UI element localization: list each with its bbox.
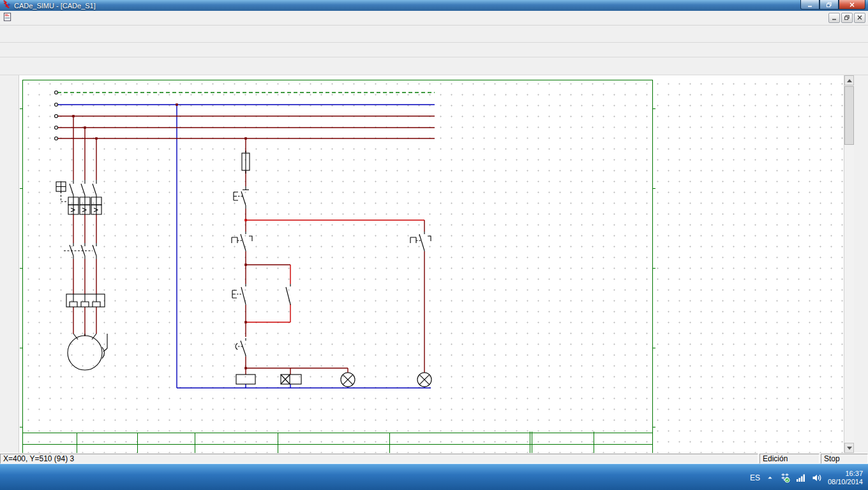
clock[interactable]: 16:37 08/10/2014 [828, 470, 863, 486]
mdi-minimize-icon [831, 13, 837, 22]
volume-icon[interactable] [812, 473, 822, 483]
scroll-down-button[interactable] [844, 443, 854, 453]
document-icon [3, 12, 12, 24]
restore-button[interactable] [819, 0, 839, 10]
schematic-canvas[interactable] [19, 75, 844, 453]
network-signal-icon[interactable] [796, 473, 806, 483]
menubar [0, 11, 868, 26]
dropbox-tray-icon[interactable] [780, 473, 790, 483]
clock-date: 08/10/2014 [828, 478, 863, 486]
cursor-coordinates: X=400, Y=510 (94) 3 [0, 454, 758, 464]
mdi-restore-icon [844, 13, 850, 22]
minimize-button[interactable] [800, 0, 819, 10]
scrollbar-thumb[interactable] [844, 86, 854, 145]
minimize-icon [807, 0, 813, 10]
titlebar: CADe_SIMU - [CADe_S1] [0, 0, 868, 11]
window-title: CADe_SIMU - [CADe_S1] [14, 2, 96, 10]
color-palette [854, 75, 868, 453]
restore-icon [826, 0, 832, 10]
main-area [0, 75, 868, 453]
canvas-vertical-scrollbar[interactable] [844, 75, 854, 453]
scroll-down-icon [847, 447, 852, 450]
toolbar-lines [0, 57, 868, 75]
mdi-window-controls [828, 13, 865, 23]
scroll-up-button[interactable] [844, 75, 854, 85]
scroll-up-icon [847, 79, 852, 82]
circuit-drawing [19, 75, 844, 453]
drawing-tool-palette [0, 75, 19, 453]
toolbar-symbols [0, 43, 868, 57]
windows-taskbar: ES 16:37 08/10/2014 [0, 464, 868, 490]
mdi-restore-button[interactable] [841, 13, 853, 23]
system-tray: ES 16:37 08/10/2014 [750, 464, 867, 490]
tray-expand-icon[interactable] [766, 473, 774, 482]
clock-time: 16:37 [828, 470, 863, 478]
window-controls [800, 0, 865, 10]
mdi-close-icon [857, 13, 863, 22]
mdi-minimize-button[interactable] [828, 13, 840, 23]
edit-mode-indicator: Edición [760, 454, 819, 464]
toolbar-main [0, 26, 868, 43]
statusbar: X=400, Y=510 (94) 3 Edición Stop [0, 453, 868, 464]
close-button[interactable] [839, 0, 865, 10]
simulation-state-indicator: Stop [821, 454, 868, 464]
language-indicator[interactable]: ES [750, 473, 760, 482]
mdi-close-button[interactable] [854, 13, 865, 23]
cade-simu-app-icon [2, 0, 11, 11]
close-icon [849, 0, 855, 10]
